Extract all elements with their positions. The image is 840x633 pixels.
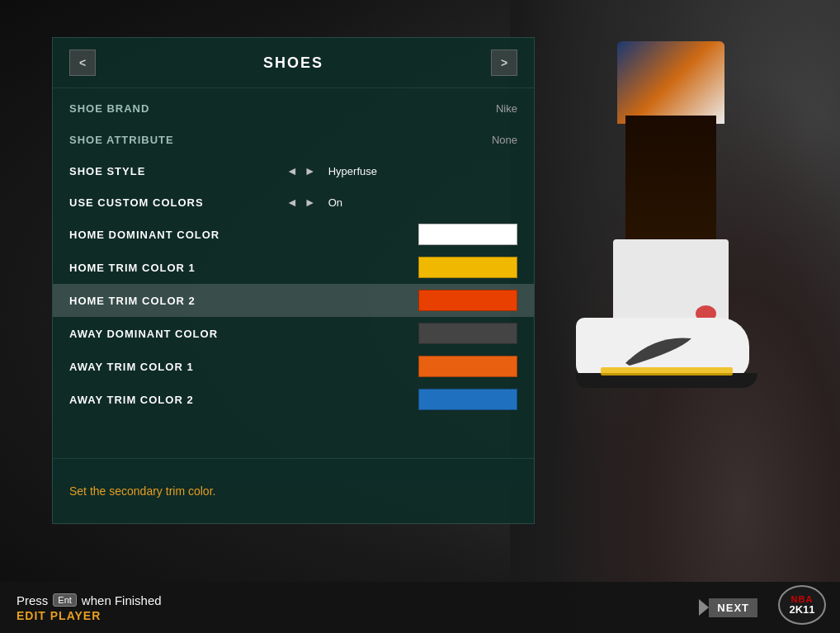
logo-circle: NBA 2K11 [778, 585, 826, 625]
setting-row-home-dominant[interactable]: HOME DOMINANT COLOR [53, 218, 534, 251]
label-home-dominant: HOME DOMINANT COLOR [69, 229, 284, 241]
label-custom-colors: USE CUSTOM COLORS [69, 196, 284, 209]
setting-row-shoe-style[interactable]: SHOE STYLE ◄ ► Hyperfuse [53, 155, 534, 187]
shoe-style-controls[interactable]: ◄ ► [284, 164, 319, 177]
panel-title: SHOES [263, 54, 323, 72]
next-triangle-icon [699, 599, 709, 616]
press-instruction: Press Ent when Finished [17, 593, 162, 607]
label-away-dominant: AWAY DOMINANT COLOR [69, 328, 284, 340]
shoe-preview [551, 41, 815, 454]
swatch-home-trim-2[interactable] [418, 290, 517, 311]
label-shoe-style: SHOE STYLE [69, 165, 284, 177]
nba2k-logo: NBA 2K11 [778, 585, 828, 626]
next-label: NEXT [709, 598, 757, 617]
swoosh [621, 334, 696, 367]
swatch-away-trim-1[interactable] [418, 356, 517, 377]
setting-row-away-dominant[interactable]: AWAY DOMINANT COLOR [53, 317, 534, 350]
logo-2k11-text: 2K11 [789, 604, 814, 615]
custom-colors-left-arrow[interactable]: ◄ [284, 196, 300, 209]
shorts [617, 41, 724, 124]
settings-list: SHOE BRAND Nike SHOE ATTRIBUTE None SHOE… [53, 88, 534, 420]
enter-key-icon: Ent [53, 593, 77, 607]
swatch-away-dominant[interactable] [418, 323, 517, 344]
label-away-trim-2: AWAY TRIM COLOR 2 [69, 394, 284, 406]
value-shoe-brand: Nike [496, 102, 517, 115]
swatch-home-trim-1[interactable] [418, 257, 517, 278]
label-home-trim-2: HOME TRIM COLOR 2 [69, 295, 284, 307]
settings-panel: < SHOES > SHOE BRAND Nike SHOE ATTRIBUTE… [52, 37, 535, 483]
value-shoe-attribute: None [492, 134, 517, 146]
setting-row-home-trim-2[interactable]: HOME TRIM COLOR 2 [53, 284, 534, 317]
setting-row-away-trim-1[interactable]: AWAY TRIM COLOR 1 [53, 350, 534, 383]
shoe-style-right-arrow[interactable]: ► [302, 164, 319, 177]
shoe-style-left-arrow[interactable]: ◄ [284, 164, 300, 177]
info-text: Set the secondary trim color. [69, 484, 215, 498]
value-shoe-style: Hyperfuse [328, 165, 377, 177]
label-home-trim-1: HOME TRIM COLOR 1 [69, 262, 284, 274]
setting-row-custom-colors[interactable]: USE CUSTOM COLORS ◄ ► On [53, 187, 534, 218]
setting-row-shoe-brand[interactable]: SHOE BRAND Nike [53, 92, 534, 124]
next-button[interactable]: NEXT [699, 598, 757, 617]
when-label: when Finished [82, 593, 162, 607]
label-away-trim-1: AWAY TRIM COLOR 1 [69, 361, 284, 373]
setting-row-home-trim-1[interactable]: HOME TRIM COLOR 1 [53, 251, 534, 284]
shoe-accent-yellow [601, 367, 733, 376]
swatch-away-trim-2[interactable] [418, 389, 517, 410]
bottom-bar: Press Ent when Finished EDIT PLAYER NEXT… [0, 582, 840, 633]
custom-colors-controls[interactable]: ◄ ► [284, 196, 319, 209]
setting-row-shoe-attribute[interactable]: SHOE ATTRIBUTE None [53, 124, 534, 155]
setting-row-away-trim-2[interactable]: AWAY TRIM COLOR 2 [53, 383, 534, 416]
value-custom-colors: On [328, 196, 342, 209]
instruction-block: Press Ent when Finished EDIT PLAYER [17, 593, 162, 622]
press-label: Press [17, 593, 48, 607]
player-display [526, 0, 840, 512]
left-arrow-button[interactable]: < [69, 50, 96, 76]
swatch-home-dominant[interactable] [418, 224, 517, 245]
shoe-body-outer [576, 314, 757, 388]
custom-colors-right-arrow[interactable]: ► [302, 196, 319, 209]
edit-player-label: EDIT PLAYER [17, 609, 162, 622]
label-shoe-attribute: SHOE ATTRIBUTE [69, 134, 284, 146]
right-arrow-button[interactable]: > [491, 50, 517, 76]
panel-header: < SHOES > [53, 38, 534, 88]
label-shoe-brand: SHOE BRAND [69, 102, 284, 115]
info-bar: Set the secondary trim color. [52, 458, 535, 524]
